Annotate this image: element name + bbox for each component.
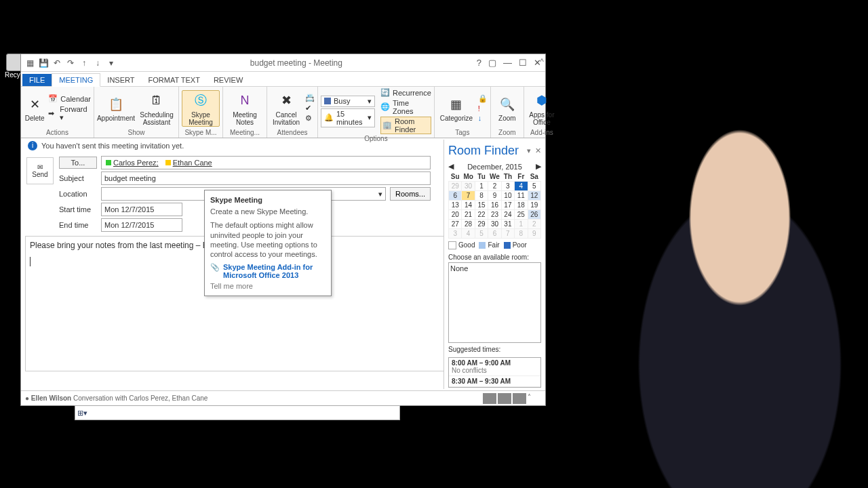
send-button[interactable]: ✉ Send bbox=[26, 157, 54, 184]
cal-day[interactable]: 25 bbox=[515, 210, 528, 220]
address-book-icon[interactable]: 📇 bbox=[305, 94, 315, 102]
avatar-2[interactable] bbox=[498, 393, 511, 404]
rooms-button[interactable]: Rooms... bbox=[390, 187, 431, 201]
cal-day[interactable]: 16 bbox=[488, 201, 501, 210]
cal-day[interactable]: 18 bbox=[515, 201, 528, 210]
location-dropdown-icon[interactable]: ▾ bbox=[378, 190, 382, 199]
cal-day[interactable]: 7 bbox=[501, 229, 514, 239]
avatar-1[interactable] bbox=[483, 393, 496, 404]
prev-month-icon[interactable]: ◀ bbox=[448, 162, 454, 171]
collapse-ribbon-icon[interactable]: ^ bbox=[540, 57, 544, 66]
cal-day[interactable]: 2 bbox=[488, 182, 501, 191]
taskbar-search-box[interactable]: ⊞▾ bbox=[75, 405, 400, 420]
cal-day[interactable]: 24 bbox=[501, 210, 514, 220]
avatar-3[interactable] bbox=[513, 393, 526, 404]
room-finder-toggle[interactable]: 🏢Room Finder bbox=[380, 117, 431, 134]
tab-file[interactable]: FILE bbox=[22, 74, 52, 86]
cal-day[interactable]: 30 bbox=[462, 182, 475, 191]
cal-day[interactable]: 29 bbox=[475, 220, 488, 229]
forward-button[interactable]: ➡Forward ▾ bbox=[48, 105, 91, 122]
cal-day[interactable]: 6 bbox=[449, 191, 462, 201]
calendar-button[interactable]: 📅Calendar bbox=[48, 94, 91, 104]
cancel-invitation-button[interactable]: ✖Cancel Invitation bbox=[270, 91, 302, 126]
cal-day[interactable]: 26 bbox=[528, 210, 540, 220]
cal-day[interactable]: 14 bbox=[462, 201, 475, 210]
meeting-notes-button[interactable]: NMeeting Notes bbox=[226, 91, 264, 126]
cal-day[interactable]: 9 bbox=[528, 229, 540, 239]
up-icon[interactable]: ↑ bbox=[79, 58, 89, 68]
cal-day[interactable]: 15 bbox=[475, 201, 488, 210]
categorize-button[interactable]: ▦Categorize bbox=[437, 94, 475, 122]
cal-day[interactable]: 19 bbox=[528, 201, 540, 210]
zoom-button[interactable]: 🔍Zoom bbox=[494, 94, 521, 122]
reminder-dropdown[interactable]: 🔔15 minutes▾ bbox=[321, 108, 375, 127]
cal-day[interactable]: 10 bbox=[501, 191, 514, 201]
suggested-times-list[interactable]: 8:00 AM – 9:00 AMNo conflicts8:30 AM – 9… bbox=[448, 357, 541, 388]
recipient-carlos[interactable]: Carlos Perez; bbox=[104, 159, 160, 167]
scheduling-assistant-button[interactable]: 🗓Scheduling Assistant bbox=[138, 91, 176, 126]
cal-day[interactable]: 3 bbox=[501, 182, 514, 191]
check-names-icon[interactable]: ✔ bbox=[305, 104, 315, 113]
cal-day[interactable]: 7 bbox=[462, 191, 475, 201]
cal-day[interactable]: 6 bbox=[488, 229, 501, 239]
room-list[interactable]: None bbox=[448, 262, 541, 343]
high-importance-icon[interactable]: ! bbox=[478, 104, 488, 113]
cal-day[interactable]: 5 bbox=[475, 229, 488, 239]
cal-day[interactable]: 27 bbox=[449, 220, 462, 229]
apps-for-office-button[interactable]: ⬢Apps for Office bbox=[527, 91, 557, 126]
maximize-icon[interactable]: ☐ bbox=[519, 58, 527, 68]
recurrence-button[interactable]: 🔄Recurrence bbox=[380, 88, 431, 98]
response-options-icon[interactable]: ⚙ bbox=[305, 114, 315, 123]
down-icon[interactable]: ↓ bbox=[93, 58, 102, 68]
people-expand-icon[interactable]: ˄ bbox=[528, 393, 541, 404]
cal-day[interactable]: 22 bbox=[475, 210, 488, 220]
cal-day[interactable]: 11 bbox=[515, 191, 528, 201]
end-date-field[interactable]: Mon 12/7/2015 bbox=[101, 218, 182, 232]
cal-day[interactable]: 5 bbox=[528, 182, 540, 191]
cal-day[interactable]: 4 bbox=[462, 229, 475, 239]
calendar-icon[interactable]: ▦ bbox=[25, 58, 35, 68]
cal-day[interactable]: 20 bbox=[449, 210, 462, 220]
undo-icon[interactable]: ↶ bbox=[52, 58, 62, 68]
to-field[interactable]: Carlos Perez; Ethan Cane bbox=[101, 156, 431, 169]
tab-review[interactable]: REVIEW bbox=[207, 74, 250, 86]
cal-day[interactable]: 21 bbox=[462, 210, 475, 220]
ribbon-display-options-icon[interactable]: ▢ bbox=[488, 58, 496, 68]
suggested-time-item[interactable]: 8:30 AM – 9:30 AM bbox=[449, 376, 540, 387]
cal-day[interactable]: 3 bbox=[449, 229, 462, 239]
minimize-icon[interactable]: — bbox=[503, 58, 512, 68]
room-finder-close-icon[interactable]: ✕ bbox=[535, 146, 541, 155]
qat-more-icon[interactable]: ▾ bbox=[106, 58, 116, 68]
subject-field[interactable]: budget meeting bbox=[101, 171, 431, 185]
show-as-dropdown[interactable]: Busy▾ bbox=[321, 96, 375, 107]
cal-day[interactable]: 28 bbox=[462, 220, 475, 229]
help-icon[interactable]: ? bbox=[477, 58, 481, 68]
delete-button[interactable]: ✕ Delete bbox=[24, 94, 45, 122]
appointment-button[interactable]: 📋Appointment bbox=[97, 94, 135, 122]
cal-day[interactable]: 4 bbox=[515, 182, 528, 191]
tab-meeting[interactable]: MEETING bbox=[52, 73, 100, 87]
cal-day[interactable]: 2 bbox=[528, 220, 540, 229]
cal-day[interactable]: 1 bbox=[515, 220, 528, 229]
cal-day[interactable]: 30 bbox=[488, 220, 501, 229]
tooltip-tell-me-more[interactable]: Tell me more bbox=[210, 282, 326, 290]
cal-day[interactable]: 8 bbox=[515, 229, 528, 239]
tab-format-text[interactable]: FORMAT TEXT bbox=[142, 74, 207, 86]
recipient-ethan[interactable]: Ethan Cane bbox=[164, 159, 214, 167]
cal-day[interactable]: 13 bbox=[449, 201, 462, 210]
start-date-field[interactable]: Mon 12/7/2015 bbox=[101, 203, 182, 216]
suggested-time-item[interactable]: 8:00 AM – 9:00 AMNo conflicts bbox=[449, 358, 540, 376]
next-month-icon[interactable]: ▶ bbox=[536, 162, 541, 171]
skype-meeting-button[interactable]: ⓈSkype Meeting bbox=[182, 90, 220, 127]
cal-day[interactable]: 23 bbox=[488, 210, 501, 220]
redo-icon[interactable]: ↷ bbox=[66, 58, 75, 68]
cal-day[interactable]: 8 bbox=[475, 191, 488, 201]
room-finder-dropdown-icon[interactable]: ▾ bbox=[527, 146, 531, 155]
cal-day[interactable]: 9 bbox=[488, 191, 501, 201]
tab-insert[interactable]: INSERT bbox=[100, 74, 141, 86]
cal-day[interactable]: 31 bbox=[501, 220, 514, 229]
private-icon[interactable]: 🔒 bbox=[478, 94, 488, 103]
cal-day[interactable]: 1 bbox=[475, 182, 488, 191]
low-importance-icon[interactable]: ↓ bbox=[478, 114, 488, 122]
cal-day[interactable]: 29 bbox=[449, 182, 462, 191]
